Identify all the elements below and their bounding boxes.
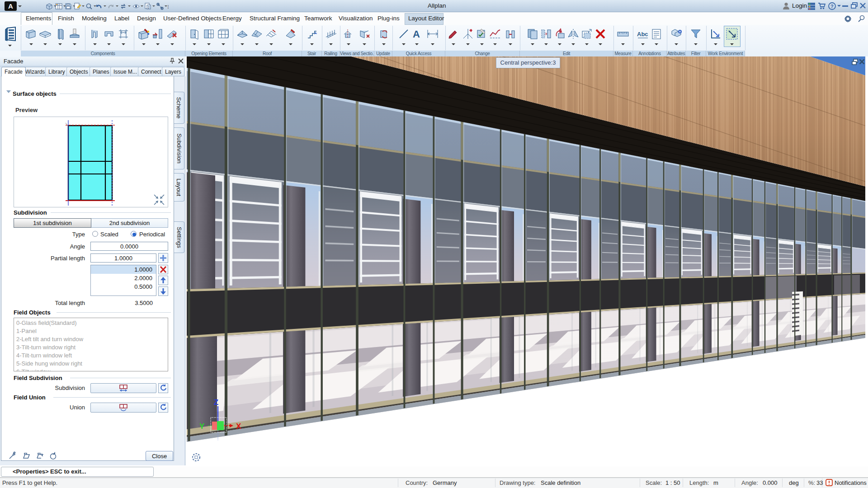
svg-text:Abc: Abc xyxy=(637,31,648,38)
svg-text:2: 2 xyxy=(148,6,150,9)
svg-text:?: ? xyxy=(830,4,834,9)
svg-text:A: A xyxy=(413,28,420,40)
svg-text:Z: Z xyxy=(214,398,218,407)
svg-text:Y: Y xyxy=(199,422,205,431)
svg-text:X: X xyxy=(236,422,241,431)
